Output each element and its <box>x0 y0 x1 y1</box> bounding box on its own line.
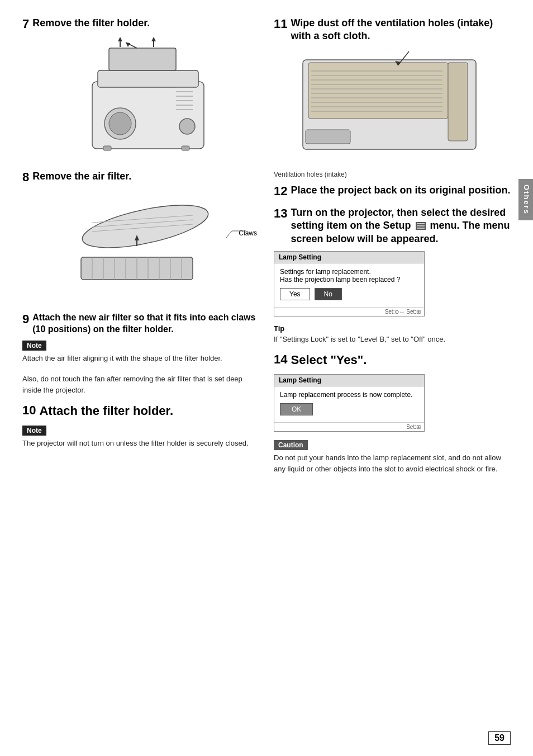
step10-note: Note The projector will not turn on unle… <box>22 425 263 449</box>
ok-button[interactable]: OK <box>280 403 313 415</box>
no-button[interactable]: No <box>315 288 342 300</box>
step12-heading: 12 Place the project back on its origina… <box>274 184 511 199</box>
step14-num: 14 <box>274 352 287 367</box>
lamp-dialog-1-set: Set:⊙↔ Set:⊞ <box>274 307 424 316</box>
step13-num: 13 <box>274 206 287 221</box>
caution-label: Caution <box>274 440 308 450</box>
step14-container: 14 Select "Yes". Lamp Setting Lamp repla… <box>274 352 511 432</box>
step7-heading: 7 Remove the filter holder. <box>22 17 263 31</box>
step13-text: Turn on the projector, then select the d… <box>291 206 511 245</box>
svg-rect-51 <box>306 130 350 144</box>
step11-text: Wipe dust off the ventilation holes (int… <box>291 17 511 43</box>
step14-heading: 14 Select "Yes". <box>274 352 511 368</box>
svg-rect-1 <box>98 70 198 87</box>
step7-diagram <box>22 37 263 160</box>
step13-heading: 13 Turn on the projector, then select th… <box>274 206 511 245</box>
tip-label: Tip <box>274 324 511 333</box>
svg-point-9 <box>109 112 131 135</box>
caution-box: Caution Do not put your hands into the l… <box>274 440 511 474</box>
step8-text: Remove the air filter. <box>32 170 131 183</box>
step9-text: Attach the new air filter so that it fit… <box>32 312 263 336</box>
svg-rect-50 <box>448 63 468 141</box>
step11-diagram <box>274 49 511 160</box>
svg-marker-14 <box>151 37 156 41</box>
step8-num: 8 <box>22 170 29 185</box>
step9-heading: 9 Attach the new air filter so that it f… <box>22 312 263 336</box>
step10-note-text: The projector will not turn on unless th… <box>22 438 263 449</box>
lamp-dialog-2-set: Set:⊞ <box>274 422 424 431</box>
svg-point-17 <box>179 119 195 134</box>
svg-rect-19 <box>182 146 189 150</box>
lamp-dialog-1-buttons: Yes No <box>280 288 418 300</box>
lamp-dialog-2-body: Lamp replacement process is now complete… <box>274 386 424 420</box>
caution-text: Do not put your hands into the lamp repl… <box>274 452 511 474</box>
step8-diagram: Claws <box>22 190 263 302</box>
step9-note-text1: Attach the air filter aligning it with t… <box>22 353 263 364</box>
step9-num: 9 <box>22 312 29 336</box>
lamp-dialog-1-text2: Has the projection lamp been replaced ? <box>280 276 418 284</box>
step10-note-label: Note <box>22 426 46 436</box>
step11-num: 11 <box>274 17 287 31</box>
step12-text: Place the project back on its original p… <box>291 184 510 197</box>
step10-text: Attach the filter holder. <box>39 403 173 419</box>
step9-note: Note Attach the air filter aligning it w… <box>22 340 263 396</box>
svg-line-37 <box>226 231 232 238</box>
step14-text: Select "Yes". <box>291 352 367 368</box>
tip-text: If "Settings Lock" is set to "Level B," … <box>274 334 511 345</box>
svg-rect-18 <box>103 146 111 150</box>
lamp-dialog-2-text: Lamp replacement process is now complete… <box>280 391 418 399</box>
ventilation-caption: Ventilation holes (intake) <box>274 171 511 178</box>
step7-num: 7 <box>22 17 29 31</box>
lamp-dialog-1-text1: Settings for lamp replacement. <box>280 268 418 276</box>
lamp-dialog-2: Lamp Setting Lamp replacement process is… <box>274 374 425 432</box>
lamp-dialog-1: Lamp Setting Settings for lamp replaceme… <box>274 251 425 316</box>
step13-container: 13 Turn on the projector, then select th… <box>274 206 511 345</box>
svg-rect-10 <box>109 48 176 70</box>
step8-heading: 8 Remove the air filter. <box>22 170 263 185</box>
lamp-dialog-2-buttons: OK <box>280 403 418 415</box>
step9-note-text2: Also, do not touch the fan after removin… <box>22 374 263 395</box>
step12-num: 12 <box>274 184 287 199</box>
svg-marker-12 <box>118 37 122 41</box>
step11-heading: 11 Wipe dust off the ventilation holes (… <box>274 17 511 43</box>
lamp-dialog-1-title: Lamp Setting <box>274 252 424 263</box>
yes-button[interactable]: Yes <box>280 288 310 300</box>
page-number: 59 <box>488 731 511 745</box>
step9-note-label: Note <box>22 341 46 351</box>
tip-box: Tip If "Settings Lock" is set to "Level … <box>274 324 511 345</box>
step10-heading: 10 Attach the filter holder. <box>22 403 263 419</box>
step10-num: 10 <box>22 403 36 418</box>
lamp-dialog-1-body: Settings for lamp replacement. Has the p… <box>274 263 424 305</box>
lamp-dialog-2-title: Lamp Setting <box>274 375 424 386</box>
step7-text: Remove the filter holder. <box>32 17 150 30</box>
sidebar-label: Others <box>518 179 533 220</box>
